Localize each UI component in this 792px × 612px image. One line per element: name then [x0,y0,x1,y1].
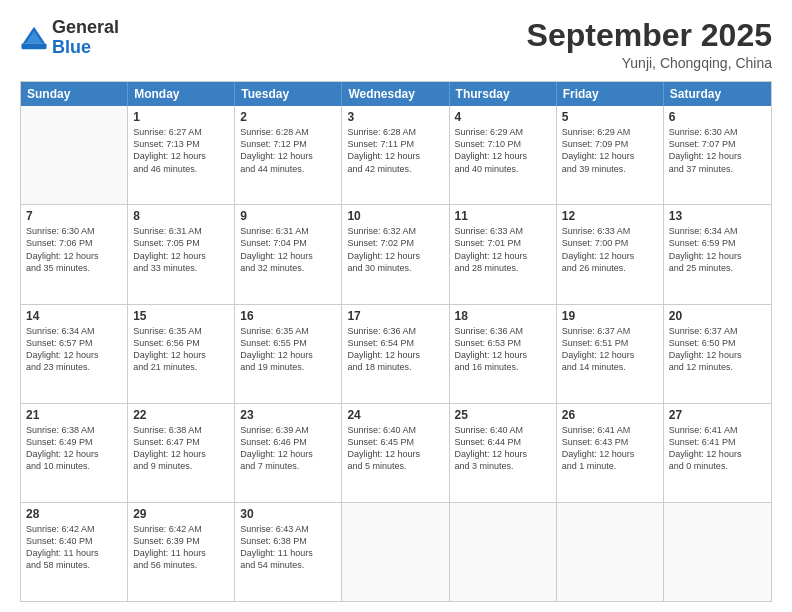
calendar-cell: 11Sunrise: 6:33 AMSunset: 7:01 PMDayligh… [450,205,557,303]
cell-info-line: Daylight: 12 hours [562,349,658,361]
calendar-cell: 28Sunrise: 6:42 AMSunset: 6:40 PMDayligh… [21,503,128,601]
day-number: 14 [26,309,122,323]
cell-info-line: and 30 minutes. [347,262,443,274]
day-number: 30 [240,507,336,521]
calendar-cell: 9Sunrise: 6:31 AMSunset: 7:04 PMDaylight… [235,205,342,303]
calendar-cell: 26Sunrise: 6:41 AMSunset: 6:43 PMDayligh… [557,404,664,502]
cell-info-line: Daylight: 12 hours [133,250,229,262]
calendar: SundayMondayTuesdayWednesdayThursdayFrid… [20,81,772,602]
cell-info-line: Daylight: 12 hours [455,448,551,460]
cell-info-line: and 46 minutes. [133,163,229,175]
calendar-cell [664,503,771,601]
cell-info-line: Sunrise: 6:36 AM [455,325,551,337]
calendar-cell [557,503,664,601]
cell-info-line: Sunrise: 6:31 AM [133,225,229,237]
cell-info-line: Sunset: 6:47 PM [133,436,229,448]
weekday-header: Friday [557,82,664,106]
cell-info-line: Daylight: 11 hours [133,547,229,559]
day-number: 19 [562,309,658,323]
day-number: 26 [562,408,658,422]
cell-info-line: and 23 minutes. [26,361,122,373]
cell-info-line: and 1 minute. [562,460,658,472]
cell-info-line: Sunset: 6:55 PM [240,337,336,349]
calendar-row: 21Sunrise: 6:38 AMSunset: 6:49 PMDayligh… [21,404,771,503]
day-number: 17 [347,309,443,323]
calendar-cell [21,106,128,204]
cell-info-line: Sunset: 6:59 PM [669,237,766,249]
calendar-cell: 23Sunrise: 6:39 AMSunset: 6:46 PMDayligh… [235,404,342,502]
weekday-header: Sunday [21,82,128,106]
cell-info-line: Sunrise: 6:35 AM [240,325,336,337]
cell-info-line: Daylight: 12 hours [26,250,122,262]
calendar-cell: 24Sunrise: 6:40 AMSunset: 6:45 PMDayligh… [342,404,449,502]
day-number: 4 [455,110,551,124]
cell-info-line: and 58 minutes. [26,559,122,571]
day-number: 22 [133,408,229,422]
day-number: 5 [562,110,658,124]
cell-info-line: Sunset: 7:06 PM [26,237,122,249]
cell-info-line: Sunset: 6:44 PM [455,436,551,448]
cell-info-line: and 0 minutes. [669,460,766,472]
calendar-cell: 18Sunrise: 6:36 AMSunset: 6:53 PMDayligh… [450,305,557,403]
calendar-cell: 13Sunrise: 6:34 AMSunset: 6:59 PMDayligh… [664,205,771,303]
day-number: 21 [26,408,122,422]
cell-info-line: Sunrise: 6:38 AM [133,424,229,436]
cell-info-line: Daylight: 12 hours [562,448,658,460]
cell-info-line: Sunrise: 6:27 AM [133,126,229,138]
weekday-header: Wednesday [342,82,449,106]
calendar-cell: 25Sunrise: 6:40 AMSunset: 6:44 PMDayligh… [450,404,557,502]
cell-info-line: and 33 minutes. [133,262,229,274]
calendar-cell: 17Sunrise: 6:36 AMSunset: 6:54 PMDayligh… [342,305,449,403]
cell-info-line: Sunset: 7:10 PM [455,138,551,150]
calendar-header: SundayMondayTuesdayWednesdayThursdayFrid… [21,82,771,106]
cell-info-line: and 28 minutes. [455,262,551,274]
calendar-cell: 29Sunrise: 6:42 AMSunset: 6:39 PMDayligh… [128,503,235,601]
cell-info-line: Sunset: 7:05 PM [133,237,229,249]
cell-info-line: and 26 minutes. [562,262,658,274]
cell-info-line: Sunrise: 6:31 AM [240,225,336,237]
page: General Blue September 2025 Yunji, Chong… [0,0,792,612]
calendar-cell: 20Sunrise: 6:37 AMSunset: 6:50 PMDayligh… [664,305,771,403]
day-number: 8 [133,209,229,223]
day-number: 16 [240,309,336,323]
cell-info-line: Sunrise: 6:42 AM [26,523,122,535]
header: General Blue September 2025 Yunji, Chong… [20,18,772,71]
calendar-cell: 4Sunrise: 6:29 AMSunset: 7:10 PMDaylight… [450,106,557,204]
cell-info-line: Sunrise: 6:41 AM [669,424,766,436]
cell-info-line: Daylight: 12 hours [669,349,766,361]
weekday-header: Tuesday [235,82,342,106]
cell-info-line: Sunrise: 6:40 AM [455,424,551,436]
calendar-cell: 21Sunrise: 6:38 AMSunset: 6:49 PMDayligh… [21,404,128,502]
logo-icon [20,24,48,52]
calendar-cell: 19Sunrise: 6:37 AMSunset: 6:51 PMDayligh… [557,305,664,403]
cell-info-line: and 32 minutes. [240,262,336,274]
cell-info-line: and 10 minutes. [26,460,122,472]
day-number: 12 [562,209,658,223]
day-number: 24 [347,408,443,422]
day-number: 2 [240,110,336,124]
cell-info-line: Sunset: 7:00 PM [562,237,658,249]
cell-info-line: Daylight: 12 hours [455,150,551,162]
cell-info-line: and 37 minutes. [669,163,766,175]
cell-info-line: Sunset: 7:12 PM [240,138,336,150]
logo-general: General [52,18,119,38]
cell-info-line: and 35 minutes. [26,262,122,274]
day-number: 25 [455,408,551,422]
cell-info-line: Sunset: 6:40 PM [26,535,122,547]
calendar-row: 7Sunrise: 6:30 AMSunset: 7:06 PMDaylight… [21,205,771,304]
cell-info-line: Sunset: 6:50 PM [669,337,766,349]
cell-info-line: and 54 minutes. [240,559,336,571]
cell-info-line: and 18 minutes. [347,361,443,373]
cell-info-line: and 14 minutes. [562,361,658,373]
cell-info-line: Daylight: 12 hours [562,250,658,262]
day-number: 27 [669,408,766,422]
calendar-cell [342,503,449,601]
cell-info-line: Sunrise: 6:43 AM [240,523,336,535]
cell-info-line: Sunset: 7:11 PM [347,138,443,150]
cell-info-line: Daylight: 12 hours [347,448,443,460]
day-number: 10 [347,209,443,223]
day-number: 7 [26,209,122,223]
cell-info-line: Daylight: 12 hours [133,150,229,162]
cell-info-line: and 39 minutes. [562,163,658,175]
calendar-row: 28Sunrise: 6:42 AMSunset: 6:40 PMDayligh… [21,503,771,601]
